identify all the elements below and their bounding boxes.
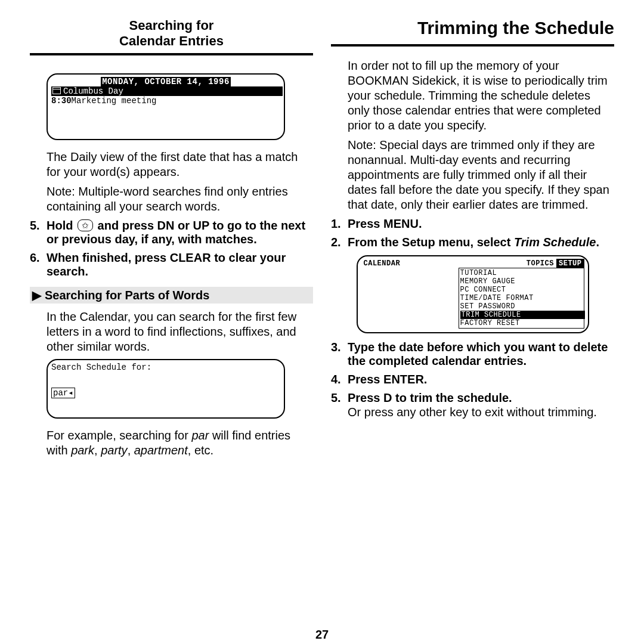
lcd-setup-menu: CALENDAR TOPICS SETUP TUTORIALMEMORY GAU…: [357, 255, 589, 333]
lcd-row-1: Columbus Day: [51, 86, 280, 96]
menu-item: TRIM SCHEDULE: [460, 311, 583, 319]
search-prompt: Search Schedule for:: [51, 363, 280, 372]
paragraph: Note: Multiple-word searches find only e…: [47, 184, 313, 214]
star-key-icon: ✩: [78, 219, 93, 231]
step-4: 4. Press ENTER.: [331, 373, 614, 386]
right-column: Trimming the Schedule In order not to fi…: [331, 18, 614, 614]
lcd-search-dialog: Search Schedule for: par◂: [47, 359, 285, 419]
calendar-icon: [52, 87, 61, 94]
step-number: 6.: [30, 251, 47, 265]
step-5: 5. Press D to trim the schedule.: [331, 391, 614, 405]
paragraph: For example, searching for par will find…: [47, 428, 313, 458]
menu-item: FACTORY RESET: [460, 319, 583, 327]
two-column-layout: Searching for Calendar Entries MONDAY, O…: [30, 18, 614, 614]
lcd-row2-time: 8:30: [51, 96, 72, 106]
step-number: 4.: [331, 373, 348, 386]
lcd-date: MONDAY, OCTOBER 14, 1996: [101, 77, 231, 86]
left-section-header: Searching for Calendar Entries: [30, 18, 313, 55]
step2-b: Trim Schedule: [514, 236, 596, 249]
step2-a: From the Setup menu, select: [348, 236, 514, 249]
lcd-menu-dropdown: TUTORIALMEMORY GAUGEPC CONNECTTIME/DATE …: [459, 268, 584, 329]
step-text: Press MENU.: [348, 217, 614, 231]
p4-park: park: [71, 444, 94, 457]
menu-item: PC CONNECT: [460, 286, 583, 294]
step-5: 5. Hold ✩ and press DN or UP to go to th…: [30, 219, 313, 246]
step-text: Hold ✩ and press DN or UP to go to the n…: [47, 219, 313, 246]
step-text: Press D to trim the schedule.: [348, 391, 614, 405]
header-line-2: Calendar Entries: [119, 33, 224, 48]
lcd-date-line: MONDAY, OCTOBER 14, 1996: [51, 77, 280, 86]
step-2: 2. From the Setup menu, select Trim Sche…: [331, 236, 614, 249]
tab-setup: SETUP: [556, 259, 584, 268]
step-number: 3.: [331, 340, 348, 354]
p4-d: ,: [128, 444, 134, 457]
manual-page: Searching for Calendar Entries MONDAY, O…: [0, 0, 644, 644]
tab-calendar: CALENDAR: [361, 259, 403, 268]
p4-apt: apartment: [134, 444, 188, 457]
lcd-row-2: 8:30Marketing meeting: [51, 96, 280, 106]
paragraph: Or press any other key to exit without t…: [348, 405, 614, 420]
left-column: Searching for Calendar Entries MONDAY, O…: [30, 18, 313, 614]
page-number: 27: [0, 628, 644, 642]
p4-party: party: [101, 444, 127, 457]
search-input-row: par◂: [51, 388, 280, 398]
paragraph: Note: Special days are trimmed only if t…: [348, 138, 614, 212]
paragraph: In the Calendar, you can search for the …: [47, 309, 313, 354]
paragraph: In order not to fill up the memory of yo…: [348, 58, 614, 133]
paragraph: The Daily view of the first date that ha…: [47, 150, 313, 179]
subsection-header: ▶Searching for Parts of Words: [30, 287, 313, 304]
p4-c: ,: [94, 444, 101, 457]
step-number: 5.: [30, 219, 47, 233]
p4-a: For example, searching for: [47, 429, 191, 442]
search-input-value[interactable]: par: [53, 388, 68, 398]
tab-topics: TOPICS: [524, 259, 556, 268]
step-text: From the Setup menu, select Trim Schedul…: [348, 236, 614, 249]
step-text: Type the date before which you want to d…: [348, 340, 614, 368]
p4-par: par: [191, 429, 209, 442]
caret-icon: ◂: [68, 388, 73, 398]
subsection-title: Searching for Parts of Words: [45, 289, 209, 302]
step-text: Press ENTER.: [348, 373, 614, 386]
triangle-icon: ▶: [32, 288, 41, 302]
lcd-row1-text: Columbus Day: [63, 86, 123, 96]
menu-item: TUTORIAL: [460, 269, 583, 277]
menu-item: TIME/DATE FORMAT: [460, 294, 583, 302]
step-text: When finished, press CLEAR to clear your…: [47, 251, 313, 278]
step-number: 1.: [331, 217, 348, 231]
lcd-row2-text: Marketing meeting: [72, 96, 157, 106]
step-1: 1. Press MENU.: [331, 217, 614, 231]
step-6: 6. When finished, press CLEAR to clear y…: [30, 251, 313, 278]
step-number: 5.: [331, 391, 348, 405]
p4-e: , etc.: [188, 444, 213, 457]
menu-item: MEMORY GAUGE: [460, 277, 583, 286]
menu-item: SET PASSWORD: [460, 302, 583, 311]
lcd-menubar: CALENDAR TOPICS SETUP: [361, 259, 584, 268]
step5-part-a: Hold: [47, 219, 76, 232]
header-line-1: Searching for: [129, 18, 214, 33]
step2-c: .: [596, 236, 599, 249]
step-number: 2.: [331, 236, 348, 249]
step-3: 3. Type the date before which you want t…: [331, 340, 614, 368]
lcd-daily-view: MONDAY, OCTOBER 14, 1996 Columbus Day 8:…: [47, 73, 285, 140]
right-section-header: Trimming the Schedule: [331, 18, 614, 47]
